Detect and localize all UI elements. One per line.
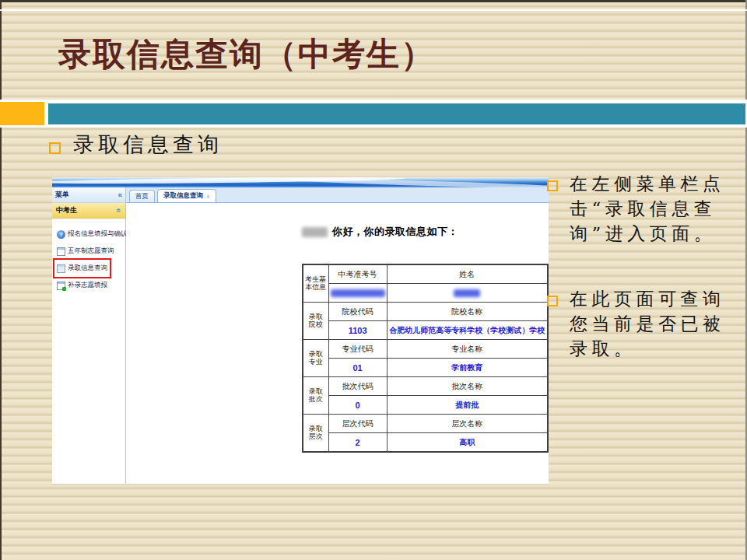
menu-item[interactable]: 报名信息填报与确认	[54, 226, 130, 243]
value-cell: 合肥幼儿师范高等专科学校（学校测试）学校	[387, 321, 548, 340]
header-cell: 层次代码	[328, 415, 387, 433]
slide-left-edge	[0, 0, 2, 560]
label-line: 院校	[305, 321, 327, 329]
value-cell	[328, 284, 387, 303]
row-group-label: 考生基本信息	[303, 264, 328, 303]
admission-info-table: 考生基本信息中考准考号姓名录取院校院校代码院校名称1103合肥幼儿师范高等专科学…	[302, 264, 549, 453]
menu-item[interactable]: 补录志愿填报	[54, 277, 110, 294]
accent-orange-block	[0, 102, 44, 125]
value-cell: 0	[328, 396, 387, 415]
note-2-text: 在此页面可查询您当前是否已被录取。	[570, 286, 740, 361]
header-cell: 专业名称	[387, 340, 548, 359]
table-row: 0提前批	[303, 396, 548, 415]
row-group-label: 录取专业	[303, 340, 328, 377]
table-row: 录取层次层次代码层次名称	[303, 415, 548, 433]
help-icon	[57, 230, 65, 239]
header-cell: 专业代码	[328, 340, 387, 359]
slide: 录取信息查询（中考生） 录取信息查询 菜单 « 中考生 « 报名信息填报与确认五…	[0, 0, 747, 560]
value-cell: 2	[328, 433, 387, 453]
app-banner-swoosh	[52, 177, 549, 187]
row-group-label: 录取批次	[303, 377, 328, 415]
label-line: 专业	[305, 359, 327, 366]
bullet-square-icon	[49, 142, 61, 154]
header-cell: 院校代码	[328, 303, 387, 321]
menu-item[interactable]: 录取信息查询	[54, 260, 110, 277]
note-1: 在左侧菜单栏点击“录取信息查询”进入页面。	[545, 171, 742, 246]
table-row: 录取专业专业代码专业名称	[303, 340, 548, 359]
table-row: 1103合肥幼儿师范高等专科学校（学校测试）学校	[303, 321, 548, 340]
redacted-value	[331, 289, 385, 297]
label-line: 层次	[305, 433, 327, 441]
header-cell: 层次名称	[387, 415, 548, 433]
header-cell: 批次代码	[328, 377, 387, 396]
form-add-icon	[57, 282, 65, 290]
header-cell: 姓名	[387, 264, 548, 284]
header-cell: 批次名称	[387, 377, 548, 396]
table-row: 录取批次批次代码批次名称	[303, 377, 548, 396]
value-cell: 1103	[328, 321, 387, 340]
value-cell: 提前批	[387, 396, 548, 415]
menu-item-label: 补录志愿填报	[68, 281, 107, 290]
menu-section-header[interactable]: 中考生 «	[52, 203, 125, 219]
row-group-label: 录取院校	[303, 303, 328, 340]
tab-label: 首页	[135, 192, 149, 201]
top-divider-line	[0, 9, 747, 11]
bullet-square-icon	[547, 180, 558, 191]
value-cell: 01	[328, 359, 387, 377]
content-area: 首页录取信息查询× 你好，你的录取信息如下： 考生基本信息中考准考号姓名录取院校…	[126, 187, 549, 484]
label-line: 批次	[305, 396, 327, 404]
tab[interactable]: 首页	[129, 190, 155, 202]
bullet-square-icon	[547, 296, 558, 306]
table-row: 考生基本信息中考准考号姓名	[303, 264, 548, 284]
menu-item-label: 五年制志愿查询	[68, 247, 114, 256]
section-heading: 录取信息查询	[73, 131, 223, 159]
menu-item-label: 报名信息填报与确认	[68, 229, 128, 239]
table-row: 01学前教育	[303, 359, 548, 377]
tab-label: 录取信息查询	[163, 191, 203, 201]
chevron-up-icon: «	[115, 208, 124, 213]
query-form-icon	[57, 264, 65, 273]
label-line: 本信息	[305, 284, 327, 292]
redacted-value	[454, 289, 480, 297]
form-icon	[57, 247, 65, 256]
sidebar-menu: 菜单 « 中考生 « 报名信息填报与确认五年制志愿查询录取信息查询补录志愿填报	[52, 187, 126, 484]
value-cell: 学前教育	[387, 359, 548, 377]
page-title: 录取信息查询（中考生）	[58, 33, 435, 76]
menu-items: 报名信息填报与确认五年制志愿查询录取信息查询补录志愿填报	[52, 219, 125, 294]
value-cell: 高职	[387, 433, 548, 453]
menu-section-label: 中考生	[56, 205, 77, 215]
menu-header: 菜单 «	[52, 187, 125, 203]
greeting-text: 你好，你的录取信息如下：	[332, 225, 458, 239]
table-row	[303, 284, 548, 303]
tab[interactable]: 录取信息查询×	[157, 189, 216, 202]
table-row: 录取院校院校代码院校名称	[303, 303, 548, 321]
result-page: 你好，你的录取信息如下： 考生基本信息中考准考号姓名录取院校院校代码院校名称11…	[126, 203, 549, 484]
redacted-name	[302, 227, 328, 237]
menu-item[interactable]: 五年制志愿查询	[54, 243, 117, 260]
row-group-label: 录取层次	[303, 415, 328, 453]
note-1-text: 在左侧菜单栏点击“录取信息查询”进入页面。	[570, 171, 740, 246]
tab-strip: 首页录取信息查询×	[126, 187, 549, 203]
value-cell	[387, 284, 548, 303]
header-cell: 中考准考号	[328, 264, 387, 284]
menu-header-label: 菜单	[55, 190, 69, 200]
accent-strip	[0, 100, 747, 128]
slide-top-edge	[0, 0, 747, 2]
accent-teal-bar	[48, 103, 745, 124]
header-cell: 院校名称	[387, 303, 548, 321]
menu-item-label: 录取信息查询	[68, 264, 107, 273]
app-screenshot: 菜单 « 中考生 « 报名信息填报与确认五年制志愿查询录取信息查询补录志愿填报 …	[52, 177, 549, 485]
table-row: 2高职	[303, 433, 548, 453]
close-tab-icon[interactable]: ×	[206, 193, 210, 200]
greeting-line: 你好，你的录取信息如下：	[302, 225, 458, 239]
note-2: 在此页面可查询您当前是否已被录取。	[545, 286, 742, 361]
collapse-menu-icon[interactable]: «	[117, 191, 122, 199]
